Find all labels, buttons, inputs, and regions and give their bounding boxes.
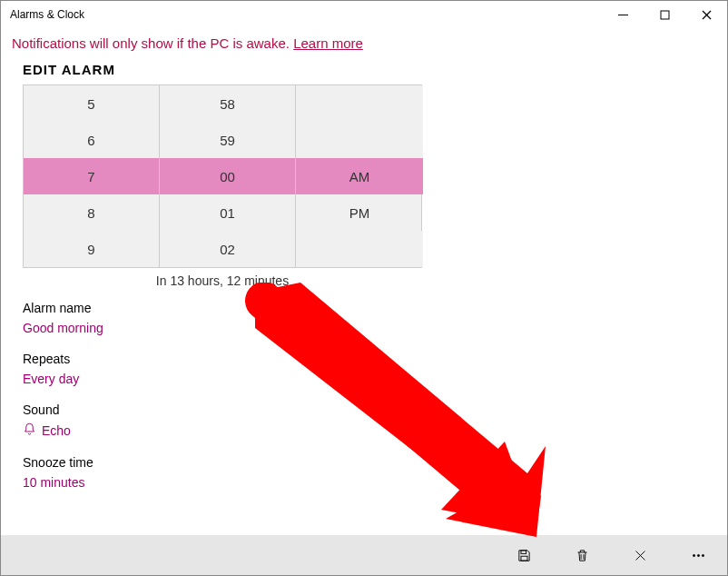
notification-text: Notifications will only show if the PC i… — [12, 35, 293, 51]
repeats-field[interactable]: Repeats Every day — [23, 352, 705, 386]
window-title: Alarms & Clock — [10, 8, 84, 21]
minute-option[interactable]: 59 — [160, 122, 295, 158]
svg-rect-1 — [661, 11, 669, 19]
sound-label: Sound — [23, 402, 705, 417]
repeats-label: Repeats — [23, 352, 705, 366]
hour-option[interactable]: 5 — [24, 85, 159, 122]
alarm-name-label: Alarm name — [23, 301, 705, 315]
alarm-name-field[interactable]: Alarm name Good morning — [23, 301, 705, 335]
notification-banner: Notifications will only show if the PC i… — [1, 28, 727, 62]
repeats-value[interactable]: Every day — [23, 372, 705, 386]
alarm-name-value[interactable]: Good morning — [23, 321, 705, 335]
hour-option-selected[interactable]: 7 — [24, 158, 159, 194]
learn-more-link[interactable]: Learn more — [293, 35, 363, 51]
svg-rect-5 — [520, 556, 526, 561]
minute-option-selected[interactable]: 00 — [160, 158, 295, 194]
svg-rect-4 — [520, 550, 526, 553]
svg-point-10 — [693, 554, 694, 556]
minute-option[interactable]: 02 — [160, 231, 295, 267]
sound-value-row[interactable]: Echo — [23, 422, 705, 439]
sound-field[interactable]: Sound Echo — [23, 402, 705, 439]
close-button[interactable] — [685, 1, 727, 28]
save-button[interactable] — [506, 537, 542, 573]
ampm-column[interactable]: AM PM — [296, 85, 423, 267]
command-bar — [1, 535, 727, 575]
window-controls — [602, 1, 727, 28]
ampm-option[interactable]: PM — [296, 194, 423, 231]
ampm-blank — [296, 231, 423, 267]
countdown-text: In 13 hours, 12 minutes — [23, 268, 422, 301]
ampm-blank — [296, 122, 423, 158]
maximize-button[interactable] — [644, 1, 685, 28]
minute-column[interactable]: 58 59 00 01 02 — [160, 85, 296, 267]
delete-button[interactable] — [564, 537, 600, 573]
sound-value: Echo — [42, 423, 71, 438]
minute-option[interactable]: 58 — [160, 85, 295, 122]
hour-option[interactable]: 9 — [24, 231, 159, 267]
bell-icon — [23, 422, 36, 439]
page-title: EDIT ALARM — [23, 62, 705, 77]
more-button[interactable] — [680, 537, 716, 573]
svg-point-11 — [697, 554, 699, 556]
hour-option[interactable]: 6 — [24, 122, 159, 158]
snooze-value[interactable]: 10 minutes — [23, 475, 705, 490]
ampm-option-selected[interactable]: AM — [296, 158, 423, 194]
ampm-blank — [296, 85, 423, 122]
minimize-button[interactable] — [602, 1, 644, 28]
time-picker[interactable]: 5 6 7 8 9 58 59 00 01 02 AM PM — [23, 84, 422, 268]
titlebar: Alarms & Clock — [1, 1, 727, 28]
snooze-label: Snooze time — [23, 455, 705, 470]
minute-option[interactable]: 01 — [160, 194, 295, 231]
cancel-button[interactable] — [622, 537, 658, 573]
hour-column[interactable]: 5 6 7 8 9 — [24, 85, 160, 267]
svg-point-12 — [702, 554, 703, 556]
snooze-field[interactable]: Snooze time 10 minutes — [23, 455, 705, 490]
hour-option[interactable]: 8 — [24, 194, 159, 231]
